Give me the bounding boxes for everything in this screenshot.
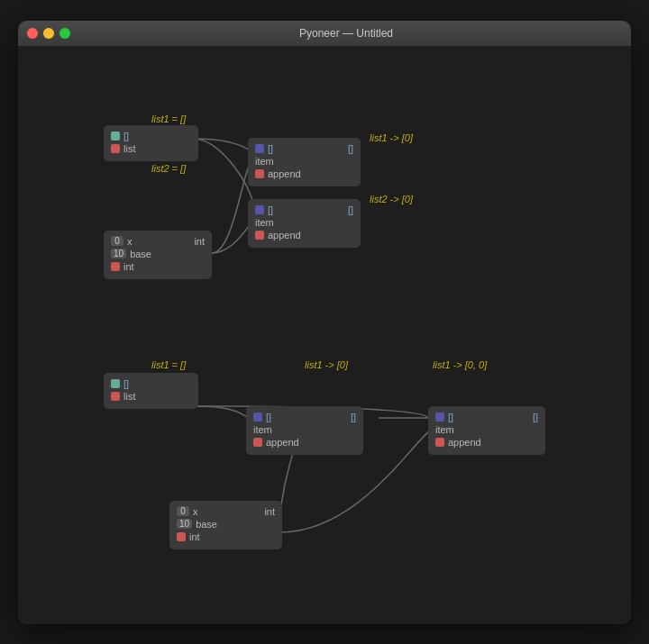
minimize-button[interactable] (43, 28, 54, 39)
label-top-list2-eq: list2 = [] (151, 163, 186, 174)
bot-int-node[interactable]: 0 x int 10 base int (169, 501, 282, 549)
label-bot-list1-arrow2: list1 -> [0, 0] (433, 359, 487, 370)
bot-int-port (177, 532, 186, 541)
label-top-list1-eq: list1 = [] (151, 113, 186, 124)
canvas[interactable]: list1 = [] list2 = [] [] list 0 x int 10 (18, 46, 631, 624)
close-button[interactable] (27, 28, 38, 39)
top-append2-port-red (255, 231, 264, 240)
top-int-base-val: 10 (111, 249, 126, 259)
traffic-lights (27, 28, 70, 39)
top-int-x-val: 0 (111, 236, 123, 246)
top-append2-item-label: item (255, 217, 274, 228)
label-bot-list1-eq: list1 = [] (151, 359, 186, 370)
top-int-node[interactable]: 0 x int 10 base int (104, 231, 212, 279)
top-append2-port-in1 (255, 205, 264, 214)
bot-list-node[interactable]: [] list (104, 373, 198, 409)
top-int-port (111, 262, 120, 271)
bot-append1-item-label: item (253, 424, 272, 435)
bot-list-port-red (111, 392, 120, 401)
bot-list-port-green (111, 379, 120, 388)
label-top-list2-arrow: list2 -> [0] (370, 194, 413, 204)
top-list-label: list (123, 143, 135, 154)
top-append2-node[interactable]: [] [] item append (248, 199, 361, 248)
bot-append1-node[interactable]: [] [] item append (246, 406, 363, 455)
label-bot-list1-arrow1: list1 -> [0] (305, 359, 348, 370)
bot-append2-item-label: item (435, 424, 454, 435)
top-list-port-green (111, 132, 120, 141)
bot-append2-node[interactable]: [] [] item append (428, 406, 545, 455)
maximize-button[interactable] (59, 28, 70, 39)
bot-append2-port-in1 (435, 413, 444, 422)
bot-int-x-val: 0 (177, 506, 189, 516)
bot-append1-port-red (253, 438, 262, 447)
bot-int-base-val: 10 (177, 519, 192, 529)
top-append1-port-in1 (255, 144, 264, 153)
top-list-bracket: [] (123, 131, 129, 141)
bot-append2-port-red (435, 438, 444, 447)
top-append1-port-red (255, 169, 264, 178)
window-title: Pyoneer — Untitled (70, 27, 622, 40)
top-append1-node[interactable]: [] [] item append (248, 138, 361, 186)
bot-append1-port-in1 (253, 413, 262, 422)
label-top-list1-arrow: list1 -> [0] (370, 132, 413, 143)
top-list-node[interactable]: [] list (104, 125, 198, 161)
titlebar: Pyoneer — Untitled (18, 21, 631, 46)
main-window: Pyoneer — Untitled li (18, 21, 631, 624)
top-list-port-red (111, 144, 120, 153)
top-append1-item-label: item (255, 156, 274, 167)
